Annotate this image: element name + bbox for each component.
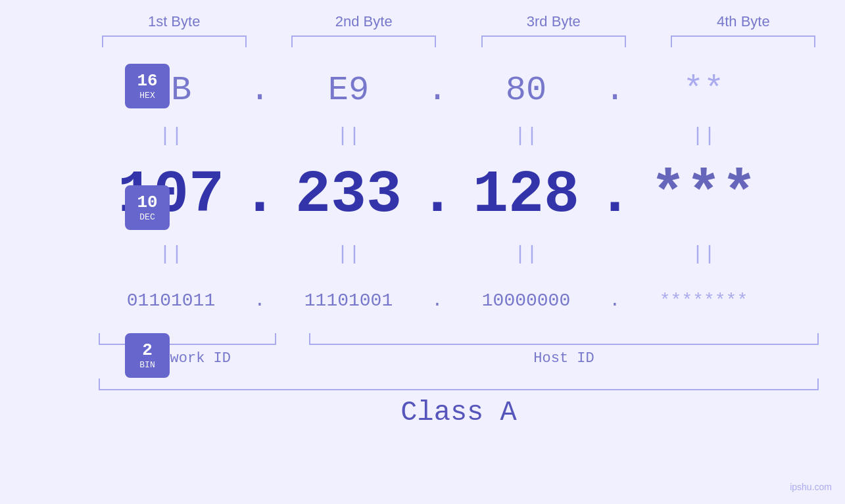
byte-header-4: 4th Byte (671, 13, 815, 30)
hex-cell-2: E9 (276, 71, 421, 110)
bracket-host-id (309, 333, 819, 345)
bin-masked: ******** (660, 290, 748, 311)
dec-value-3: 128 (473, 162, 579, 229)
bracket-top-2 (291, 35, 436, 47)
eq-row-1: || || || || (99, 120, 819, 152)
eq-2-4: || (631, 243, 776, 265)
byte-headers-row: 1st Byte 2nd Byte 3rd Byte 4th Byte (99, 13, 819, 30)
byte-header-1: 1st Byte (102, 13, 247, 30)
bin-value-3: 10000000 (482, 290, 570, 311)
dec-dot-1: . (243, 162, 276, 229)
dec-row: 107 . 233 . 128 . *** (99, 152, 819, 238)
bin-cell-1: 01101011 (99, 290, 243, 311)
hex-value-3: 80 (506, 71, 546, 110)
bin-badge: 2 BIN (125, 333, 170, 378)
bracket-top-3 (481, 35, 626, 47)
dec-dot-2: . (421, 162, 454, 229)
dec-dot-3: . (598, 162, 631, 229)
bin-dot-2: . (421, 290, 454, 311)
bin-cell-4: ******** (631, 290, 776, 311)
hex-value-2: E9 (328, 71, 369, 110)
dec-value-2: 233 (295, 162, 402, 229)
dec-masked: *** (650, 162, 757, 229)
outer-bracket-row (99, 378, 819, 390)
dec-badge: 10 DEC (125, 185, 170, 230)
hex-cell-4: ** (631, 71, 776, 110)
id-labels-row: Network ID Host ID (99, 350, 819, 367)
byte-header-2: 2nd Byte (291, 13, 436, 30)
bin-cell-2: 11101001 (276, 290, 421, 311)
hex-row: 6B . E9 . 80 . ** (99, 60, 819, 120)
dec-cell-4: *** (631, 162, 776, 229)
eq-1-2: || (276, 125, 421, 147)
eq-1-4: || (631, 125, 776, 147)
bottom-brackets (99, 333, 819, 345)
bin-cell-3: 10000000 (454, 290, 598, 311)
hex-dot-2: . (421, 71, 454, 110)
bin-badge-num: 2 (142, 341, 153, 360)
hex-cell-3: 80 (454, 71, 598, 110)
eq-1-3: || (454, 125, 598, 147)
top-brackets (99, 35, 819, 47)
hex-dot-3: . (598, 71, 631, 110)
hex-dot-1: . (243, 71, 276, 110)
eq-2-3: || (454, 243, 598, 265)
bin-row: 01101011 . 11101001 . 10000000 . *******… (99, 271, 819, 330)
hex-cell-1: 6B (99, 71, 243, 110)
hex-badge-num: 16 (137, 72, 157, 91)
bracket-top-1 (102, 35, 247, 47)
dec-cell-1: 107 (99, 162, 243, 229)
byte-header-3: 3rd Byte (481, 13, 626, 30)
dec-cell-3: 128 (454, 162, 598, 229)
bin-value-2: 11101001 (304, 290, 393, 311)
eq-1-1: || (99, 125, 243, 147)
hex-badge-label: HEX (139, 91, 155, 101)
watermark: ipshu.com (790, 482, 832, 492)
bin-dot-1: . (243, 290, 276, 311)
bin-badge-label: BIN (139, 360, 155, 370)
host-id-label: Host ID (309, 350, 819, 367)
bracket-top-4 (671, 35, 815, 47)
dec-badge-label: DEC (139, 212, 155, 222)
eq-2-1: || (99, 243, 243, 265)
outer-bracket (99, 378, 819, 390)
hex-masked: ** (683, 71, 724, 110)
bin-value-1: 01101011 (127, 290, 215, 311)
hex-badge: 16 HEX (125, 64, 170, 108)
main-container: 1st Byte 2nd Byte 3rd Byte 4th Byte 16 H… (0, 0, 845, 504)
eq-2-2: || (276, 243, 421, 265)
eq-row-2: || || || || (99, 238, 819, 271)
class-label: Class A (99, 397, 819, 428)
dec-badge-num: 10 (137, 193, 157, 212)
bin-dot-3: . (598, 290, 631, 311)
dec-cell-2: 233 (276, 162, 421, 229)
